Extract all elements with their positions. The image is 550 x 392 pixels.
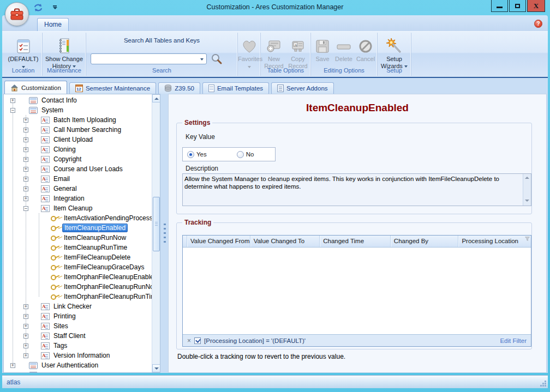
expand-icon[interactable] [23,128,28,132]
radio-yes[interactable] [187,151,194,158]
expand-icon[interactable] [23,186,28,191]
tree-item[interactable]: User Authentication [10,360,152,370]
tree-item[interactable]: ItemActivationPendingProcessing... [51,213,152,223]
resize-grip-icon[interactable] [540,380,547,387]
group-label-location: Location [4,67,42,75]
expand-icon[interactable] [23,314,28,319]
scroll-up-icon[interactable] [152,94,160,102]
tree-item[interactable]: ItemCleanupRunNow [51,233,152,243]
tracking-grid-body[interactable] [183,248,531,334]
expand-icon[interactable] [23,343,28,348]
expand-icon[interactable] [23,157,28,162]
expand-icon[interactable] [23,147,28,152]
filter-funnel-icon[interactable] [525,237,530,241]
tree-item[interactable]: Tags [23,341,152,351]
tree-item[interactable]: ItemOrphanFileCleanupEnabled [51,272,152,282]
tree-item[interactable]: General [23,184,152,194]
tab-customization[interactable]: Customization [4,81,67,94]
setup-wizards-button[interactable]: Setup Wizards [378,34,411,70]
edit-filter-link[interactable]: Edit Filter [500,337,527,344]
tree-item[interactable]: ItemOrphanFileCleanupRunTime [51,292,152,301]
description-scrollbar[interactable] [523,174,531,206]
tree-scrollbar[interactable] [152,94,160,372]
panel-splitter[interactable] [162,94,168,373]
expand-icon[interactable] [10,373,15,373]
column-header[interactable]: Value Changed From [187,236,250,247]
expand-icon[interactable] [23,167,28,172]
maximize-icon [515,4,520,8]
expand-icon[interactable] [23,304,28,309]
close-button[interactable]: X [527,0,545,12]
tab-z3950[interactable]: Z39.50 [158,82,200,94]
column-header[interactable]: Processing Location [458,236,531,247]
tree-item-selected[interactable]: ItemCleanupEnabled [51,223,152,233]
expand-icon[interactable] [23,196,28,201]
tree-item[interactable]: Version Information [23,351,152,360]
tab-semester-maintenance[interactable]: 12 Semester Maintenance [69,82,156,94]
tree-item[interactable]: Call Number Searching [23,125,152,135]
scrollbar-thumb[interactable] [153,197,160,251]
category-icon [41,176,50,183]
tree-item[interactable]: Contact Info [10,95,152,105]
ribbon: (DEFAULT) Location Show Change [2,31,548,77]
tree-item[interactable]: Client Upload [23,135,152,144]
dropdown-arrow-icon[interactable] [200,58,204,61]
show-change-history-button[interactable]: Show Change History [43,34,86,70]
description-label: Description [186,165,218,172]
clear-filter-icon[interactable]: × [187,337,191,345]
key-icon [51,215,60,221]
expand-icon[interactable] [23,118,28,123]
expand-icon[interactable] [23,324,28,329]
scroll-down-icon[interactable] [152,364,160,372]
search-magnifier-icon[interactable] [211,53,223,65]
tab-server-addons[interactable]: Server Addons [271,82,333,94]
tree-item[interactable]: Copyright [23,154,152,164]
tab-email-templates[interactable]: Email Templates [202,82,269,94]
tree-item[interactable]: Cloning [23,144,152,154]
ribbon-group-location: (DEFAULT) Location [4,33,43,76]
tree-item[interactable]: Item Cleanup [23,203,152,213]
tree-item[interactable]: ItemFileCleanupGraceDays [51,262,152,272]
scroll-down-icon[interactable] [525,200,529,202]
description-textbox[interactable]: Allow the System Manager to cleanup expi… [182,173,531,206]
search-input[interactable] [91,53,207,64]
tree-item[interactable]: ItemCleanupRunTime [51,243,152,252]
expand-icon[interactable] [23,177,28,182]
new-record-icon [262,35,286,54]
expand-icon[interactable] [23,353,28,358]
ribbon-tab-home[interactable]: Home [37,18,69,31]
collapse-icon[interactable] [23,206,28,211]
minimize-button[interactable] [491,0,508,12]
tree-item[interactable]: Sites [23,321,152,331]
default-location-button[interactable]: (DEFAULT) [4,34,42,70]
tracking-grid: Value Changed From Value Changed To Chan… [182,235,531,347]
help-button[interactable]: ? [534,20,542,28]
tree-item[interactable]: Course and User Loads [23,164,152,174]
maximize-button[interactable] [509,0,526,12]
tree-item[interactable]: Staff Client [23,331,152,341]
window-controls: X [490,0,545,12]
column-header[interactable]: Changed By [391,236,459,247]
quick-access-dropdown[interactable] [52,5,57,10]
refresh-icon[interactable] [33,3,44,13]
column-header[interactable]: Value Changed To [250,236,320,247]
expand-icon[interactable] [23,137,28,142]
radio-no[interactable] [237,151,244,158]
scroll-up-icon[interactable] [525,177,529,179]
tree-item[interactable]: ItemFileCleanupDelete [51,252,152,262]
application-menu-button[interactable] [5,2,29,26]
expand-icon[interactable] [10,363,15,368]
tree-item[interactable] [10,370,152,373]
tree-item[interactable]: Batch Item Uploading [23,115,152,125]
tree-item[interactable]: Printing [23,311,152,321]
tree-item[interactable]: Integration [23,194,152,203]
collapse-icon[interactable] [10,108,15,113]
tree-item[interactable]: Link Checker [23,301,152,311]
column-header[interactable]: Changed Time [320,236,391,247]
tree-item[interactable]: System [10,105,152,115]
expand-icon[interactable] [23,334,28,339]
expand-icon[interactable] [10,98,15,103]
filter-checkbox[interactable] [194,337,201,344]
tree-item[interactable]: ItemOrphanFileCleanupRunNow [51,282,152,292]
tree-item[interactable]: Email [23,174,152,184]
